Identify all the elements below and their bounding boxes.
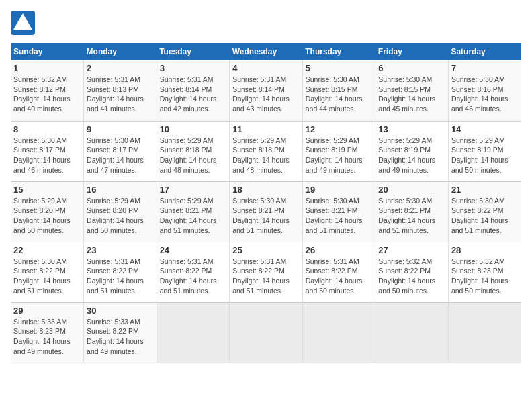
day-number: 26 bbox=[306, 245, 373, 255]
day-info: Sunrise: 5:29 AM Sunset: 8:19 PM Dayligh… bbox=[451, 136, 519, 175]
day-info: Sunrise: 5:30 AM Sunset: 8:17 PM Dayligh… bbox=[87, 136, 154, 175]
day-number: 18 bbox=[232, 185, 300, 195]
day-info: Sunrise: 5:31 AM Sunset: 8:22 PM Dayligh… bbox=[232, 257, 300, 296]
day-number: 19 bbox=[306, 185, 373, 195]
day-number: 2 bbox=[87, 63, 154, 73]
calendar-cell: 6Sunrise: 5:30 AM Sunset: 8:15 PM Daylig… bbox=[375, 60, 449, 121]
calendar-cell: 18Sunrise: 5:30 AM Sunset: 8:21 PM Dayli… bbox=[230, 181, 303, 242]
day-number: 8 bbox=[13, 124, 81, 134]
calendar-cell: 22Sunrise: 5:30 AM Sunset: 8:22 PM Dayli… bbox=[11, 242, 84, 302]
day-info: Sunrise: 5:33 AM Sunset: 8:23 PM Dayligh… bbox=[13, 317, 81, 357]
day-number: 6 bbox=[378, 63, 445, 73]
day-info: Sunrise: 5:29 AM Sunset: 8:21 PM Dayligh… bbox=[160, 196, 227, 236]
day-number: 4 bbox=[232, 63, 300, 73]
calendar-cell: 17Sunrise: 5:29 AM Sunset: 8:21 PM Dayli… bbox=[157, 181, 230, 242]
day-number: 12 bbox=[306, 124, 373, 134]
header-wednesday: Wednesday bbox=[230, 43, 303, 60]
calendar-cell: 13Sunrise: 5:29 AM Sunset: 8:19 PM Dayli… bbox=[375, 121, 449, 181]
header-saturday: Saturday bbox=[448, 43, 521, 60]
calendar-cell: 27Sunrise: 5:32 AM Sunset: 8:22 PM Dayli… bbox=[375, 242, 449, 302]
day-info: Sunrise: 5:29 AM Sunset: 8:18 PM Dayligh… bbox=[160, 136, 227, 175]
day-number: 10 bbox=[160, 124, 227, 134]
day-number: 9 bbox=[87, 124, 154, 134]
calendar-cell: 10Sunrise: 5:29 AM Sunset: 8:18 PM Dayli… bbox=[157, 121, 230, 181]
day-number: 30 bbox=[87, 306, 154, 316]
calendar-cell bbox=[448, 302, 521, 363]
day-number: 13 bbox=[378, 124, 445, 134]
calendar-week-2: 8Sunrise: 5:30 AM Sunset: 8:17 PM Daylig… bbox=[11, 121, 521, 181]
day-info: Sunrise: 5:29 AM Sunset: 8:19 PM Dayligh… bbox=[306, 136, 373, 175]
day-info: Sunrise: 5:30 AM Sunset: 8:17 PM Dayligh… bbox=[13, 136, 81, 175]
day-info: Sunrise: 5:31 AM Sunset: 8:22 PM Dayligh… bbox=[306, 257, 373, 296]
day-number: 5 bbox=[306, 63, 373, 73]
day-info: Sunrise: 5:31 AM Sunset: 8:14 PM Dayligh… bbox=[160, 75, 227, 114]
calendar-cell: 29Sunrise: 5:33 AM Sunset: 8:23 PM Dayli… bbox=[11, 302, 84, 363]
calendar-week-3: 15Sunrise: 5:29 AM Sunset: 8:20 PM Dayli… bbox=[11, 181, 521, 242]
day-info: Sunrise: 5:30 AM Sunset: 8:22 PM Dayligh… bbox=[451, 196, 519, 236]
day-info: Sunrise: 5:30 AM Sunset: 8:16 PM Dayligh… bbox=[451, 75, 519, 114]
day-info: Sunrise: 5:30 AM Sunset: 8:21 PM Dayligh… bbox=[232, 196, 300, 236]
calendar-week-1: 1Sunrise: 5:32 AM Sunset: 8:12 PM Daylig… bbox=[11, 60, 521, 121]
day-number: 1 bbox=[13, 63, 81, 73]
day-number: 27 bbox=[378, 245, 445, 255]
calendar-cell: 25Sunrise: 5:31 AM Sunset: 8:22 PM Dayli… bbox=[230, 242, 303, 302]
day-number: 23 bbox=[87, 245, 154, 255]
day-number: 3 bbox=[160, 63, 227, 73]
day-info: Sunrise: 5:29 AM Sunset: 8:19 PM Dayligh… bbox=[378, 136, 445, 175]
day-number: 20 bbox=[378, 185, 445, 195]
calendar-cell: 3Sunrise: 5:31 AM Sunset: 8:14 PM Daylig… bbox=[157, 60, 230, 121]
day-number: 16 bbox=[87, 185, 154, 195]
header-tuesday: Tuesday bbox=[157, 43, 230, 60]
calendar-header-row: SundayMondayTuesdayWednesdayThursdayFrid… bbox=[11, 43, 521, 60]
calendar-cell: 19Sunrise: 5:30 AM Sunset: 8:21 PM Dayli… bbox=[302, 181, 375, 242]
day-info: Sunrise: 5:29 AM Sunset: 8:20 PM Dayligh… bbox=[13, 196, 81, 236]
day-info: Sunrise: 5:29 AM Sunset: 8:20 PM Dayligh… bbox=[87, 196, 154, 236]
day-info: Sunrise: 5:33 AM Sunset: 8:22 PM Dayligh… bbox=[87, 317, 154, 357]
calendar-cell: 11Sunrise: 5:29 AM Sunset: 8:18 PM Dayli… bbox=[230, 121, 303, 181]
day-number: 7 bbox=[451, 63, 519, 73]
calendar-cell: 28Sunrise: 5:32 AM Sunset: 8:23 PM Dayli… bbox=[448, 242, 521, 302]
day-info: Sunrise: 5:31 AM Sunset: 8:22 PM Dayligh… bbox=[160, 257, 227, 296]
day-info: Sunrise: 5:29 AM Sunset: 8:18 PM Dayligh… bbox=[232, 136, 300, 175]
day-number: 21 bbox=[451, 185, 519, 195]
header-friday: Friday bbox=[375, 43, 449, 60]
calendar-table: SundayMondayTuesdayWednesdayThursdayFrid… bbox=[11, 43, 521, 363]
calendar-cell bbox=[230, 302, 303, 363]
calendar-cell: 26Sunrise: 5:31 AM Sunset: 8:22 PM Dayli… bbox=[302, 242, 375, 302]
day-info: Sunrise: 5:30 AM Sunset: 8:15 PM Dayligh… bbox=[378, 75, 445, 114]
day-info: Sunrise: 5:30 AM Sunset: 8:15 PM Dayligh… bbox=[306, 75, 373, 114]
calendar-cell: 20Sunrise: 5:30 AM Sunset: 8:21 PM Dayli… bbox=[375, 181, 449, 242]
logo-icon bbox=[11, 11, 35, 35]
day-number: 14 bbox=[451, 124, 519, 134]
calendar-cell: 30Sunrise: 5:33 AM Sunset: 8:22 PM Dayli… bbox=[84, 302, 157, 363]
day-number: 29 bbox=[13, 306, 81, 316]
calendar-cell: 7Sunrise: 5:30 AM Sunset: 8:16 PM Daylig… bbox=[448, 60, 521, 121]
day-number: 15 bbox=[13, 185, 81, 195]
calendar-cell: 2Sunrise: 5:31 AM Sunset: 8:13 PM Daylig… bbox=[84, 60, 157, 121]
calendar-cell: 16Sunrise: 5:29 AM Sunset: 8:20 PM Dayli… bbox=[84, 181, 157, 242]
calendar-cell bbox=[302, 302, 375, 363]
calendar-cell: 14Sunrise: 5:29 AM Sunset: 8:19 PM Dayli… bbox=[448, 121, 521, 181]
calendar-cell: 1Sunrise: 5:32 AM Sunset: 8:12 PM Daylig… bbox=[11, 60, 84, 121]
calendar-cell: 8Sunrise: 5:30 AM Sunset: 8:17 PM Daylig… bbox=[11, 121, 84, 181]
day-info: Sunrise: 5:30 AM Sunset: 8:21 PM Dayligh… bbox=[378, 196, 445, 236]
day-info: Sunrise: 5:32 AM Sunset: 8:22 PM Dayligh… bbox=[378, 257, 445, 296]
calendar-cell: 15Sunrise: 5:29 AM Sunset: 8:20 PM Dayli… bbox=[11, 181, 84, 242]
calendar-week-5: 29Sunrise: 5:33 AM Sunset: 8:23 PM Dayli… bbox=[11, 302, 521, 363]
calendar-cell bbox=[375, 302, 449, 363]
day-info: Sunrise: 5:31 AM Sunset: 8:22 PM Dayligh… bbox=[87, 257, 154, 296]
header-thursday: Thursday bbox=[302, 43, 375, 60]
header-sunday: Sunday bbox=[11, 43, 84, 60]
calendar-cell: 21Sunrise: 5:30 AM Sunset: 8:22 PM Dayli… bbox=[448, 181, 521, 242]
day-number: 11 bbox=[232, 124, 300, 134]
logo bbox=[11, 11, 39, 35]
day-number: 25 bbox=[232, 245, 300, 255]
page-header bbox=[11, 11, 521, 35]
day-number: 17 bbox=[160, 185, 227, 195]
calendar-cell: 4Sunrise: 5:31 AM Sunset: 8:14 PM Daylig… bbox=[230, 60, 303, 121]
day-info: Sunrise: 5:30 AM Sunset: 8:21 PM Dayligh… bbox=[306, 196, 373, 236]
calendar-cell: 24Sunrise: 5:31 AM Sunset: 8:22 PM Dayli… bbox=[157, 242, 230, 302]
day-info: Sunrise: 5:30 AM Sunset: 8:22 PM Dayligh… bbox=[13, 257, 81, 296]
day-info: Sunrise: 5:32 AM Sunset: 8:12 PM Dayligh… bbox=[13, 75, 81, 114]
day-info: Sunrise: 5:31 AM Sunset: 8:13 PM Dayligh… bbox=[87, 75, 154, 114]
